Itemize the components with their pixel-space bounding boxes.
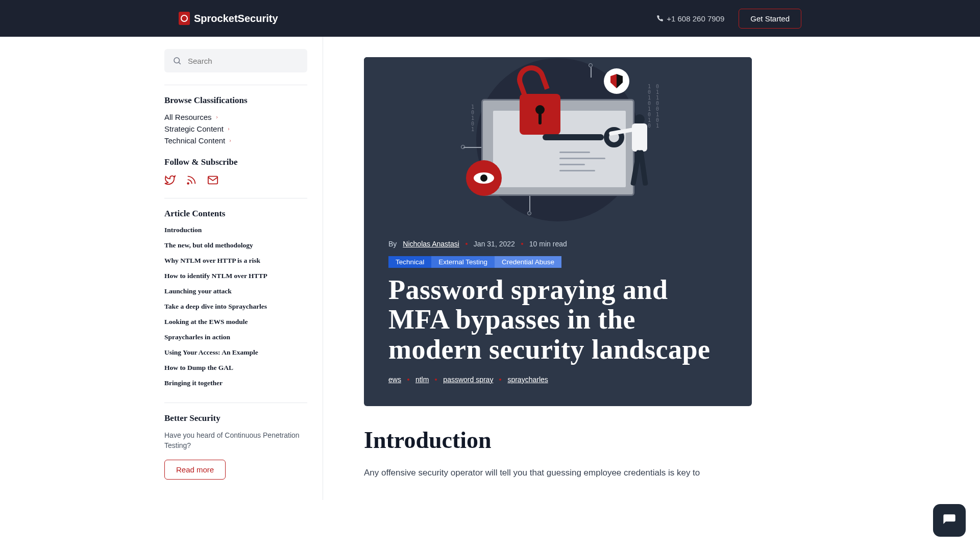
main-content: 1 00 11 10 01 00 11 00 1 10101 <box>323 37 980 500</box>
mail-icon <box>207 174 218 186</box>
phone-link[interactable]: +1 608 260 7909 <box>656 14 724 23</box>
svg-point-2 <box>187 183 189 184</box>
intro-paragraph: Any offensive security operator will tel… <box>364 466 752 481</box>
byline: By Nicholas Anastasi Jan 31, 2022 10 min… <box>388 240 727 248</box>
toc-link[interactable]: How to identify NTLM over HTTP <box>164 272 307 280</box>
chevron-right-icon <box>215 115 219 119</box>
dot-separator <box>521 243 523 245</box>
toc-link[interactable]: How to Dump the GAL <box>164 364 307 372</box>
toc-link[interactable]: Take a deep dive into Spraycharles <box>164 303 307 311</box>
better-security-box: Better Security Have you heard of Contin… <box>164 413 307 480</box>
phone-number: +1 608 260 7909 <box>667 14 724 23</box>
get-started-button[interactable]: Get Started <box>739 9 801 29</box>
table-of-contents: Introduction The new, but old methodolog… <box>164 226 307 387</box>
category-badge[interactable]: Credential Abuse <box>495 256 561 268</box>
brand-name: SprocketSecurity <box>194 13 278 24</box>
classification-list: All Resources Strategic Content Technica… <box>164 113 307 145</box>
eye-icon <box>466 160 502 196</box>
dot-separator <box>465 243 468 245</box>
search-input[interactable] <box>188 57 299 65</box>
rss-link[interactable] <box>186 174 197 188</box>
classification-link[interactable]: Technical Content <box>164 136 307 145</box>
toc-link[interactable]: Looking at the EWS module <box>164 318 307 326</box>
toc-link[interactable]: Introduction <box>164 226 307 234</box>
search-box[interactable] <box>164 49 307 72</box>
browse-heading: Browse Classifications <box>164 95 307 106</box>
shield-icon <box>604 68 629 94</box>
dot-separator <box>435 379 437 381</box>
twitter-link[interactable] <box>164 174 176 188</box>
dot-separator <box>499 379 501 381</box>
email-link[interactable] <box>207 174 218 188</box>
article-body: Introduction Any offensive security oper… <box>364 406 752 481</box>
sidebar: Browse Classifications All Resources Str… <box>0 37 323 500</box>
chevron-right-icon <box>228 139 232 143</box>
tag-link[interactable]: password spray <box>443 375 493 384</box>
padlock-icon <box>517 68 563 135</box>
better-text: Have you heard of Continuous Penetration… <box>164 431 307 450</box>
tag-list: ews ntlm password spray spraycharles <box>388 375 727 384</box>
person-icon <box>624 114 660 196</box>
author-link[interactable]: Nicholas Anastasi <box>403 240 459 248</box>
divider <box>164 198 307 198</box>
publish-date: Jan 31, 2022 <box>474 240 515 248</box>
hero-illustration: 1 00 11 10 01 00 11 00 1 10101 <box>364 57 752 222</box>
category-badge[interactable]: External Testing <box>431 256 495 268</box>
toc-link[interactable]: The new, but old methodology <box>164 241 307 249</box>
category-badge[interactable]: Technical <box>388 256 431 268</box>
follow-heading: Follow & Subscribe <box>164 157 307 167</box>
brand-logo[interactable]: SprocketSecurity <box>179 12 278 25</box>
classification-link[interactable]: All Resources <box>164 113 307 121</box>
phone-icon <box>656 15 664 22</box>
read-more-button[interactable]: Read more <box>164 460 226 480</box>
chevron-right-icon <box>227 127 231 131</box>
article-title: Password spraying and MFA bypasses in th… <box>388 275 727 364</box>
dot-separator <box>407 379 409 381</box>
key-icon <box>543 130 619 145</box>
tag-link[interactable]: ews <box>388 375 401 384</box>
by-label: By <box>388 240 397 248</box>
category-badges: Technical External Testing Credential Ab… <box>388 256 727 268</box>
search-icon <box>173 56 182 65</box>
classification-link[interactable]: Strategic Content <box>164 124 307 133</box>
read-time: 10 min read <box>529 240 567 248</box>
toc-link[interactable]: Launching your attack <box>164 287 307 295</box>
tag-link[interactable]: spraycharles <box>507 375 548 384</box>
rss-icon <box>186 174 197 186</box>
svg-point-0 <box>174 58 180 63</box>
toc-link[interactable]: Spraycharles in action <box>164 333 307 341</box>
twitter-icon <box>164 174 176 186</box>
toc-link[interactable]: Why NTLM over HTTP is a risk <box>164 257 307 265</box>
toc-heading: Article Contents <box>164 209 307 219</box>
svg-line-1 <box>179 62 180 64</box>
site-header: SprocketSecurity +1 608 260 7909 Get Sta… <box>0 0 980 37</box>
better-heading: Better Security <box>164 413 307 423</box>
shield-logo-icon <box>179 12 190 25</box>
divider <box>164 85 307 85</box>
tag-link[interactable]: ntlm <box>415 375 429 384</box>
article-hero: 1 00 11 10 01 00 11 00 1 10101 <box>364 57 752 406</box>
toc-link[interactable]: Bringing it together <box>164 379 307 387</box>
intro-heading: Introduction <box>364 427 752 454</box>
toc-link[interactable]: Using Your Access: An Example <box>164 348 307 357</box>
social-links <box>164 174 307 188</box>
divider <box>164 403 307 403</box>
